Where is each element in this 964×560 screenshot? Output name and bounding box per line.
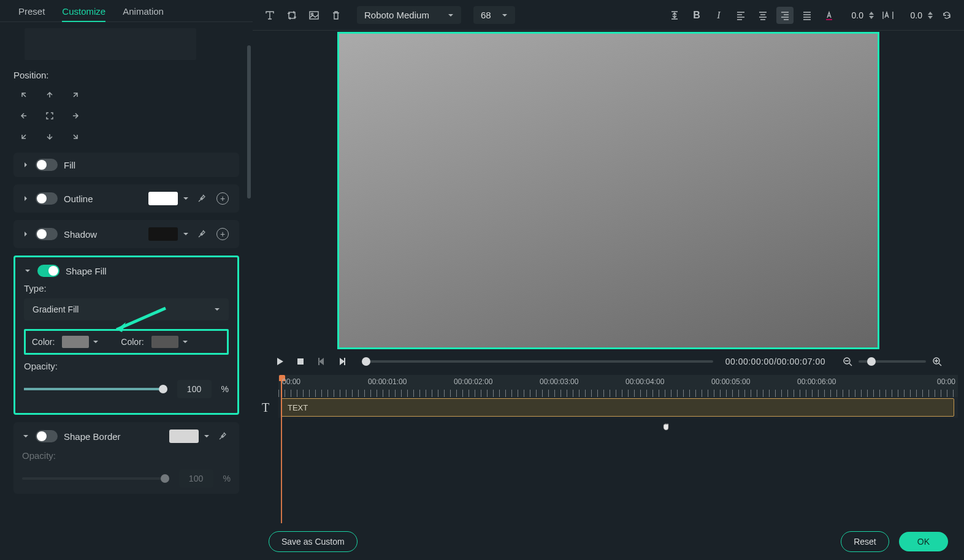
align-center-h-icon[interactable] xyxy=(754,7,771,24)
ruler-mark: 00:00 xyxy=(937,377,955,386)
pos-bottom-icon[interactable] xyxy=(40,128,59,145)
opacity-slider[interactable] xyxy=(24,388,167,390)
fill-type-select[interactable]: Gradient Fill xyxy=(24,298,229,320)
chevron-down-icon[interactable] xyxy=(204,433,210,439)
outline-label: Outline xyxy=(64,194,93,204)
preview-area: 00:00:00:00/00:00:07:00 xyxy=(253,31,964,375)
clip-label: TEXT xyxy=(288,403,308,412)
pos-top-icon[interactable] xyxy=(40,86,59,104)
add-shadow-button[interactable]: + xyxy=(215,226,231,242)
chevron-down-icon[interactable] xyxy=(183,195,189,202)
shape-border-label: Shape Border xyxy=(64,431,121,442)
align-right-icon[interactable] xyxy=(776,7,794,24)
zoom-out-icon[interactable] xyxy=(840,354,855,369)
footer: Save as Custom Reset OK xyxy=(253,523,964,560)
section-shape-border: Shape Border Opacity: 100 % xyxy=(13,422,239,494)
chevron-down-icon[interactable] xyxy=(22,433,29,440)
text-clip[interactable]: TEXT xyxy=(281,398,954,417)
border-color-swatch[interactable] xyxy=(169,429,199,443)
image-icon[interactable] xyxy=(305,7,323,24)
letter-spacing-value[interactable]: 0.0 xyxy=(901,10,922,20)
chevron-down-icon[interactable] xyxy=(24,267,31,274)
save-as-custom-button[interactable]: Save as Custom xyxy=(269,531,358,552)
outline-color-swatch[interactable] xyxy=(148,192,178,205)
transform-icon[interactable] xyxy=(261,7,278,24)
toggle-shape-fill[interactable] xyxy=(37,265,59,277)
text-color-icon[interactable] xyxy=(821,7,838,24)
chevron-down-icon[interactable] xyxy=(183,231,189,237)
line-height-icon[interactable] xyxy=(666,7,683,24)
gradient-color-2[interactable] xyxy=(151,336,188,348)
eyedropper-icon[interactable] xyxy=(194,191,210,206)
align-left-icon[interactable] xyxy=(732,7,749,24)
chevron-down-icon[interactable] xyxy=(93,339,99,345)
canvas[interactable] xyxy=(337,32,879,349)
refresh-icon[interactable] xyxy=(938,7,955,24)
shadow-color-swatch[interactable] xyxy=(148,227,178,241)
editor-area: Roboto Medium 68 B I 0.0 0.0 xyxy=(253,0,964,560)
stop-icon[interactable] xyxy=(293,354,308,369)
playback-progress[interactable] xyxy=(362,360,713,363)
toggle-fill[interactable] xyxy=(36,159,58,171)
pos-top-left-icon[interactable] xyxy=(15,86,33,104)
toggle-shadow[interactable] xyxy=(36,228,58,240)
ruler-mark: 00:00:03:00 xyxy=(540,377,578,386)
tab-animation[interactable]: Animation xyxy=(123,6,164,17)
eyedropper-icon[interactable] xyxy=(215,428,231,444)
section-shape-fill: Shape Fill Type: Gradient Fill Color: Co… xyxy=(13,255,239,415)
opacity-label: Opacity: xyxy=(24,361,229,371)
scrollbar-thumb[interactable] xyxy=(247,45,251,199)
font-family-select[interactable]: Roboto Medium xyxy=(357,6,461,24)
font-size-select[interactable]: 68 xyxy=(473,6,515,24)
text-track-icon[interactable]: T xyxy=(253,397,278,418)
next-frame-icon[interactable] xyxy=(335,354,350,369)
border-opacity-label: Opacity: xyxy=(22,450,231,461)
ruler-mark: 00:00:04:00 xyxy=(625,377,664,386)
pos-center-icon[interactable] xyxy=(40,107,59,124)
border-opacity-unit: % xyxy=(223,474,231,483)
bold-icon[interactable]: B xyxy=(688,7,705,24)
add-outline-button[interactable]: + xyxy=(215,191,231,206)
prev-frame-icon[interactable] xyxy=(314,354,329,369)
align-justify-icon[interactable] xyxy=(798,7,816,24)
tab-preset[interactable]: Preset xyxy=(18,6,45,17)
style-preview xyxy=(25,28,196,60)
gradient-color-1[interactable] xyxy=(62,336,99,348)
pos-top-right-icon[interactable] xyxy=(66,86,85,104)
chevron-right-icon[interactable] xyxy=(22,195,29,202)
italic-icon[interactable]: I xyxy=(710,7,727,24)
zoom-in-icon[interactable] xyxy=(930,354,944,369)
track-body[interactable]: TEXT xyxy=(278,397,958,418)
inspector-scroll[interactable]: Position: Fill Outline xyxy=(0,22,253,560)
line-height-stepper[interactable] xyxy=(868,11,874,20)
fill-type-value: Gradient Fill xyxy=(33,305,78,314)
ok-button[interactable]: OK xyxy=(899,532,948,551)
timeline-ruler[interactable]: 00:00 00:00:01:00 00:00:02:00 00:00:03:0… xyxy=(278,375,958,397)
chevron-down-icon[interactable] xyxy=(182,339,188,345)
chevron-right-icon[interactable] xyxy=(22,161,29,168)
pos-right-icon[interactable] xyxy=(66,107,85,124)
play-icon[interactable] xyxy=(272,354,287,369)
delete-icon[interactable] xyxy=(327,7,345,24)
crop-icon[interactable] xyxy=(283,7,300,24)
toggle-shape-border[interactable] xyxy=(36,430,58,442)
eyedropper-icon[interactable] xyxy=(194,226,210,242)
zoom-slider[interactable] xyxy=(859,360,926,363)
line-height-value[interactable]: 0.0 xyxy=(843,10,863,20)
text-toolbar: Roboto Medium 68 B I 0.0 0.0 xyxy=(253,0,964,31)
chevron-right-icon[interactable] xyxy=(22,230,29,238)
chevron-down-icon xyxy=(448,12,454,18)
pos-bottom-right-icon[interactable] xyxy=(66,128,85,145)
letter-spacing-stepper[interactable] xyxy=(927,11,933,20)
pos-bottom-left-icon[interactable] xyxy=(15,128,33,145)
section-outline: Outline + xyxy=(13,184,239,213)
ruler-mark: 00:00:01:00 xyxy=(368,377,407,386)
toggle-outline[interactable] xyxy=(36,192,58,205)
playhead-line[interactable] xyxy=(281,375,282,523)
reset-button[interactable]: Reset xyxy=(841,531,889,552)
kerning-icon[interactable] xyxy=(879,7,897,24)
tab-customize[interactable]: Customize xyxy=(62,6,105,22)
pos-left-icon[interactable] xyxy=(15,107,33,124)
color1-label: Color: xyxy=(32,337,55,347)
opacity-value[interactable]: 100 xyxy=(177,380,212,398)
